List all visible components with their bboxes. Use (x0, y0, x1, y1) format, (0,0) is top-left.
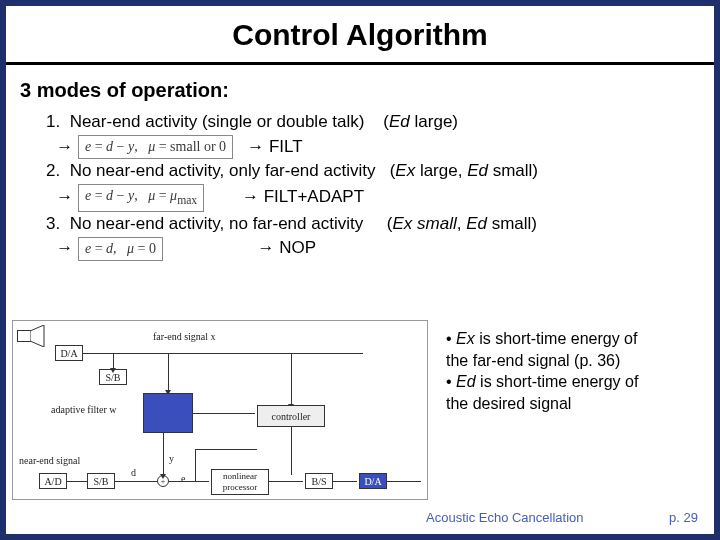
mode-formula-row: → e = d − y, μ = small or 0 → FILT (42, 135, 700, 160)
arrow-icon: → (56, 135, 73, 160)
adaptive-filter-label: adaptive filter w (51, 404, 117, 415)
footer-page: p. 29 (669, 510, 698, 525)
svg-marker-0 (30, 325, 44, 347)
mode-action: FILT+ADAPT (264, 187, 364, 206)
bullet-line: the desired signal (446, 393, 638, 415)
ad-block: A/D (39, 473, 67, 489)
sb-block-2: S/B (87, 473, 115, 489)
slide-body: Control Algorithm 3 modes of operation: … (6, 6, 714, 534)
y-label: y (169, 453, 174, 464)
mode-text: Near-end activity (single or double talk… (70, 112, 365, 131)
adaptive-filter-block (143, 393, 193, 433)
arrow-icon: → (242, 185, 259, 210)
d-label: d (131, 467, 136, 478)
formula-box: e = d, μ = 0 (78, 237, 163, 261)
arrow-icon: → (257, 236, 274, 261)
mode-cond: (Ex large, Ed small) (390, 161, 538, 180)
bullet-line: • Ed is short-time energy of (446, 371, 638, 393)
lower-row: D/A S/B far-end signal x adaptive filter… (12, 320, 720, 500)
formula-box: e = d − y, μ = μmax (78, 184, 204, 212)
system-diagram: D/A S/B far-end signal x adaptive filter… (12, 320, 428, 500)
mode-cond: (Ed large) (383, 112, 458, 131)
mode-text: No near-end activity, only far-end activ… (70, 161, 376, 180)
da-block-2: D/A (359, 473, 387, 489)
bullet-line: the far-end signal (p. 36) (446, 350, 638, 372)
formula-box: e = d − y, μ = small or 0 (78, 135, 233, 159)
mode-action: FILT (269, 137, 303, 156)
mode-formula-row: → e = d − y, μ = μmax → FILT+ADAPT (42, 184, 700, 212)
arrow-icon: → (56, 185, 73, 210)
mode-item: 1. Near-end activity (single or double t… (46, 110, 700, 135)
nlp-block: nonlinear processor (211, 469, 269, 495)
mode-list: 1. Near-end activity (single or double t… (46, 110, 700, 261)
mode-text: No near-end activity, no far-end activit… (70, 214, 364, 233)
arrow-icon: → (56, 236, 73, 261)
mode-num: 2. (46, 161, 60, 180)
da-block: D/A (55, 345, 83, 361)
e-label: e (181, 473, 185, 484)
mode-item: 3. No near-end activity, no far-end acti… (46, 212, 700, 237)
footer: Acoustic Echo Cancellation p. 29 (6, 510, 714, 530)
arrow-icon: → (247, 135, 264, 160)
far-end-label: far-end signal x (153, 331, 216, 342)
mode-num: 1. (46, 112, 60, 131)
subheading: 3 modes of operation: (20, 79, 700, 102)
mode-item: 2. No near-end activity, only far-end ac… (46, 159, 700, 184)
content-area: 3 modes of operation: 1. Near-end activi… (6, 65, 714, 261)
mode-cond: (Ex small, Ed small) (387, 214, 537, 233)
mode-num: 3. (46, 214, 60, 233)
mode-action: NOP (279, 238, 316, 257)
controller-block: controller (257, 405, 325, 427)
speaker-icon (17, 325, 49, 347)
mode-formula-row: → e = d, μ = 0 → NOP (42, 236, 700, 261)
slide-frame: Control Algorithm 3 modes of operation: … (0, 0, 720, 540)
footer-topic: Acoustic Echo Cancellation (426, 510, 584, 525)
bs-block: B/S (305, 473, 333, 489)
bullet-notes: • Ex is short-time energy of the far-end… (428, 320, 648, 500)
bullet-line: • Ex is short-time energy of (446, 328, 638, 350)
slide-title: Control Algorithm (6, 6, 714, 62)
near-end-label: near-end signal (19, 455, 80, 466)
